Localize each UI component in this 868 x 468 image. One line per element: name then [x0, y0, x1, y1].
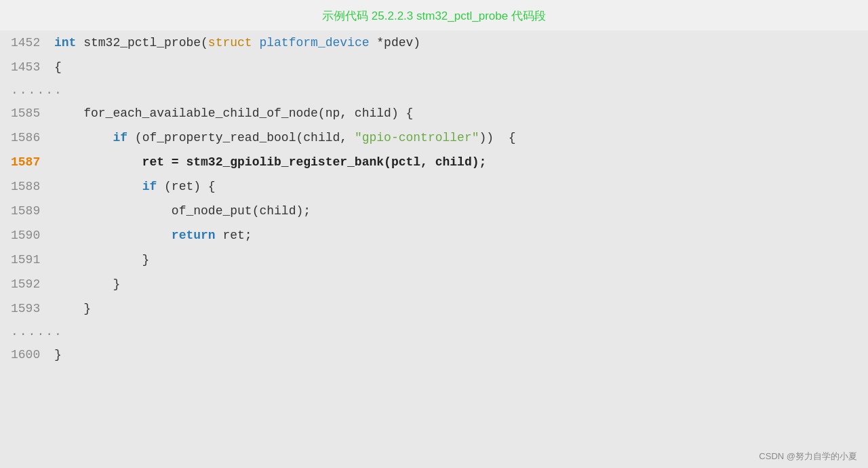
code-content-1453: {: [54, 55, 868, 79]
ellipsis-1: ......: [0, 79, 868, 101]
code-content-1588: if (ret) {: [54, 174, 868, 199]
code-content-1590: return ret;: [54, 223, 868, 248]
code-row-1593: 1593 }: [0, 296, 868, 321]
line-num-1600: 1600: [0, 343, 54, 367]
page-title: 示例代码 25.2.2.3 stm32_pctl_probe 代码段: [0, 0, 868, 31]
line-num-1587: 1587: [0, 150, 54, 174]
line-num-1589: 1589: [0, 199, 54, 223]
code-row-1453: 1453 {: [0, 55, 868, 79]
line-num-1591: 1591: [0, 248, 54, 272]
code-content-1585: for_each_available_child_of_node(np, chi…: [54, 101, 868, 125]
code-row-1592: 1592 }: [0, 272, 868, 296]
line-num-1585: 1585: [0, 101, 54, 125]
code-row-1585: 1585 for_each_available_child_of_node(np…: [0, 101, 868, 125]
code-content-1587: ret = stm32_gpiolib_register_bank(pctl, …: [54, 150, 868, 174]
code-content-1591: }: [54, 248, 868, 272]
line-num-1593: 1593: [0, 296, 54, 321]
code-row-1452: 1452 int stm32_pctl_probe(struct platfor…: [0, 31, 868, 55]
code-row-1589: 1589 of_node_put(child);: [0, 199, 868, 223]
footer-watermark: CSDN @努力自学的小夏: [759, 450, 857, 463]
line-num-1452: 1452: [0, 31, 54, 55]
line-num-1592: 1592: [0, 272, 54, 296]
code-container: 1452 int stm32_pctl_probe(struct platfor…: [0, 31, 868, 468]
line-num-1453: 1453: [0, 55, 54, 79]
code-row-1591: 1591 }: [0, 248, 868, 272]
line-num-1586: 1586: [0, 125, 54, 150]
code-content-1452: int stm32_pctl_probe(struct platform_dev…: [54, 31, 868, 55]
line-num-1590: 1590: [0, 223, 54, 248]
code-row-1588: 1588 if (ret) {: [0, 174, 868, 199]
code-row-1586: 1586 if (of_property_read_bool(child, "g…: [0, 125, 868, 150]
code-row-1587: 1587 ret = stm32_gpiolib_register_bank(p…: [0, 150, 868, 174]
code-row-1600: 1600 }: [0, 343, 868, 367]
code-content-1600: }: [54, 343, 868, 367]
code-content-1592: }: [54, 272, 868, 296]
code-content-1589: of_node_put(child);: [54, 199, 868, 223]
ellipsis-2: ......: [0, 321, 868, 343]
code-content-1586: if (of_property_read_bool(child, "gpio-c…: [54, 125, 868, 150]
ellipsis-text-1: ......: [11, 83, 63, 97]
code-content-1593: }: [54, 296, 868, 321]
ellipsis-text-2: ......: [11, 325, 63, 338]
code-row-1590: 1590 return ret;: [0, 223, 868, 248]
line-num-1588: 1588: [0, 174, 54, 199]
